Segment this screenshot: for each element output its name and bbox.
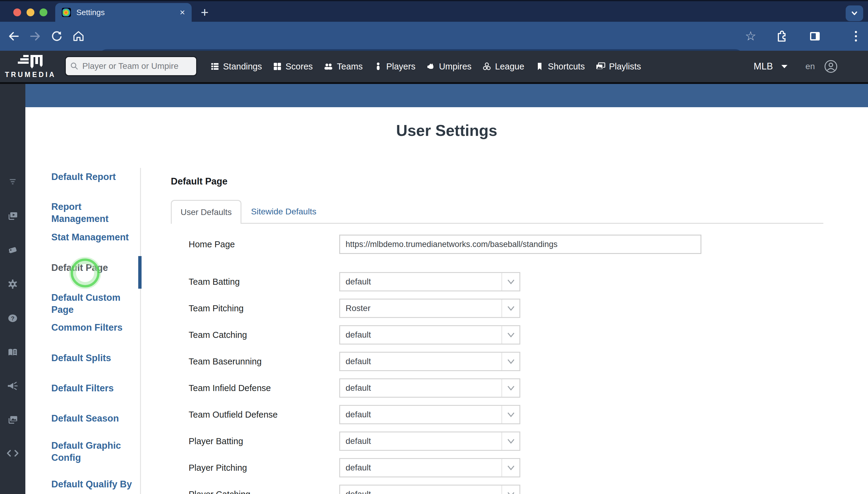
player-catching-select[interactable]: default bbox=[339, 484, 520, 494]
standings-icon bbox=[210, 62, 219, 71]
tab-close-icon[interactable]: × bbox=[180, 8, 185, 17]
sidebar-item-common-filters[interactable]: Common Filters bbox=[51, 322, 139, 334]
help-icon[interactable]: ? bbox=[0, 311, 25, 325]
form-row-team-pitching: Team Pitching Roster bbox=[171, 299, 835, 318]
umpires-icon bbox=[426, 62, 435, 71]
image-gallery-icon[interactable] bbox=[0, 413, 25, 426]
announcements-megaphone-icon[interactable] bbox=[0, 379, 25, 393]
chevron-down-icon bbox=[501, 406, 519, 423]
chevron-down-icon bbox=[781, 64, 788, 69]
field-label: Player Pitching bbox=[189, 463, 247, 473]
chevron-down-icon bbox=[501, 459, 519, 476]
field-label: Player Batting bbox=[189, 436, 243, 446]
back-button[interactable] bbox=[7, 29, 21, 43]
nav-item-league[interactable]: League bbox=[482, 62, 524, 72]
forward-button[interactable] bbox=[28, 29, 42, 43]
sidebar-item-stat-management[interactable]: Stat Management bbox=[51, 231, 139, 243]
team-baserunning-select[interactable]: default bbox=[339, 352, 520, 371]
chevron-down-icon bbox=[501, 326, 519, 344]
team-pitching-select[interactable]: Roster bbox=[339, 299, 520, 318]
nav-item-label: Shortcuts bbox=[548, 62, 585, 72]
new-tab-button[interactable]: + bbox=[197, 5, 213, 19]
sidebar-item-default-season[interactable]: Default Season bbox=[51, 413, 139, 424]
form-row-team-baserunning: Team Baserunning default bbox=[171, 352, 835, 371]
home-page-input[interactable] bbox=[339, 235, 702, 254]
chevron-down-icon bbox=[501, 353, 519, 370]
form-row-team-batting: Team Batting default bbox=[171, 272, 835, 291]
code-icon[interactable] bbox=[0, 446, 25, 460]
language-selector[interactable]: en bbox=[806, 62, 815, 71]
team-infield-defense-select[interactable]: default bbox=[339, 378, 520, 398]
trumedia-monogram-icon bbox=[17, 54, 44, 70]
search-input[interactable] bbox=[82, 61, 192, 71]
player-pitching-select[interactable]: default bbox=[339, 458, 520, 477]
league-icon bbox=[482, 62, 491, 71]
svg-text:?: ? bbox=[11, 315, 15, 322]
trumedia-logo[interactable]: TRUMEDIA bbox=[5, 53, 56, 80]
field-label: Team Pitching bbox=[189, 303, 243, 314]
window-zoom-button[interactable] bbox=[40, 8, 47, 16]
tag-icon[interactable] bbox=[0, 243, 25, 256]
league-selector-value: MLB bbox=[754, 61, 773, 72]
team-batting-select[interactable]: default bbox=[339, 272, 520, 291]
reload-button[interactable] bbox=[50, 29, 64, 43]
nav-item-players[interactable]: Players bbox=[374, 62, 416, 72]
field-label: Team Baserunning bbox=[189, 357, 262, 366]
sidebar-item-default-qualify-by[interactable]: Default Qualify By bbox=[51, 478, 139, 490]
field-label: Player Catching bbox=[189, 490, 251, 494]
window-minimize-button[interactable] bbox=[26, 8, 34, 16]
page-header-band bbox=[25, 84, 868, 107]
sidebar-item-report-management[interactable]: Report Management bbox=[51, 201, 139, 225]
shortcuts-icon bbox=[535, 62, 544, 71]
glossary-book-icon[interactable] bbox=[0, 345, 25, 359]
heatmap-favicon-icon bbox=[62, 8, 71, 17]
form-row-team-catching: Team Catching default bbox=[171, 325, 835, 344]
page-title: User Settings bbox=[25, 121, 868, 139]
nav-item-playlists[interactable]: Playlists bbox=[596, 62, 641, 72]
nav-item-teams[interactable]: Teams bbox=[323, 62, 362, 72]
side-panel-icon[interactable] bbox=[808, 29, 822, 43]
league-selector[interactable]: MLB bbox=[754, 61, 788, 72]
nav-item-label: Playlists bbox=[609, 62, 641, 72]
tab-search-chevron-button[interactable] bbox=[846, 5, 863, 21]
sidebar-item-default-custom-page[interactable]: Default Custom Page bbox=[51, 292, 139, 316]
tab-sitewide-defaults[interactable]: Sitewide Defaults bbox=[244, 201, 323, 223]
browser-tabstrip: Settings × + bbox=[0, 1, 868, 22]
field-label: Team Catching bbox=[189, 330, 247, 340]
window-close-button[interactable] bbox=[13, 8, 21, 16]
bookmark-star-icon[interactable]: ☆ bbox=[743, 28, 758, 43]
form-row-team-outfield-defense: Team Outfield Defense default bbox=[171, 405, 835, 424]
form-row-player-batting: Player Batting default bbox=[171, 432, 835, 451]
tabs-bottom-border bbox=[171, 223, 823, 224]
browser-menu-kebab-icon[interactable] bbox=[849, 29, 863, 43]
nav-item-standings[interactable]: Standings bbox=[210, 62, 262, 72]
gear-icon[interactable] bbox=[0, 278, 25, 291]
nav-item-shortcuts[interactable]: Shortcuts bbox=[535, 62, 585, 72]
video-playlist-icon[interactable] bbox=[0, 209, 25, 223]
players-icon bbox=[374, 62, 383, 71]
chevron-down-icon bbox=[501, 300, 519, 317]
sidebar-item-default-page[interactable]: Default Page bbox=[51, 262, 139, 274]
nav-item-umpires[interactable]: Umpires bbox=[426, 62, 471, 72]
sidebar-item-default-graphic-config[interactable]: Default Graphic Config bbox=[51, 440, 139, 464]
tab-user-defaults[interactable]: User Defaults bbox=[171, 200, 241, 224]
sidebar-item-default-splits[interactable]: Default Splits bbox=[51, 352, 139, 364]
browser-tab-settings[interactable]: Settings × bbox=[55, 3, 192, 22]
nav-item-label: Scores bbox=[285, 62, 313, 72]
team-outfield-defense-select[interactable]: default bbox=[339, 405, 520, 424]
content-area: User Settings Default Report Report Mana… bbox=[25, 107, 868, 494]
search-icon bbox=[70, 61, 79, 71]
tab-title: Settings bbox=[76, 8, 180, 17]
player-batting-select[interactable]: default bbox=[339, 432, 520, 451]
global-search[interactable] bbox=[65, 56, 197, 76]
sidebar-item-default-report[interactable]: Default Report bbox=[51, 171, 139, 183]
nav-item-scores[interactable]: Scores bbox=[273, 62, 313, 72]
home-button[interactable] bbox=[71, 29, 86, 43]
team-catching-select[interactable]: default bbox=[339, 325, 520, 344]
form-row-player-pitching: Player Pitching default bbox=[171, 458, 835, 477]
extensions-puzzle-icon[interactable] bbox=[774, 29, 789, 43]
account-icon[interactable] bbox=[824, 59, 838, 73]
sidebar-item-default-filters[interactable]: Default Filters bbox=[51, 382, 139, 394]
field-label: Team Batting bbox=[189, 277, 240, 287]
filter-icon[interactable] bbox=[0, 174, 25, 188]
